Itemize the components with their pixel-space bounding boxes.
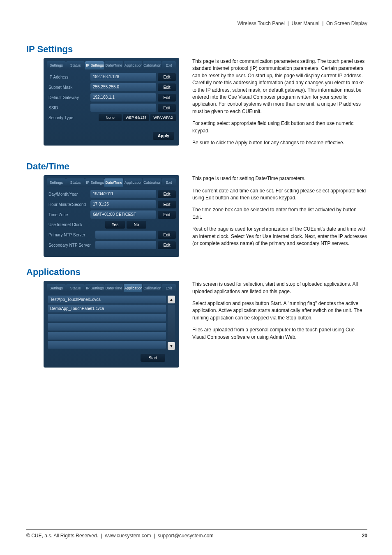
scroll-track[interactable] [168,305,175,341]
tab-datetime[interactable]: Date/Time [104,61,123,69]
ip-address-value: 192.168.1.128 [90,73,156,81]
subnet-mask-edit-button[interactable]: Edit [158,83,176,91]
dt-text-p1: This page is used for setting Date/Time … [192,175,367,182]
footer-site: www.cuesystem.com [105,533,151,539]
ip-text-p1: This page is used for communication para… [192,58,367,115]
tab-status[interactable]: Status [66,61,85,69]
sntp-label: Secondary NTP Server [47,243,94,247]
app-text-p2: Select application and press button Star… [192,300,367,321]
tz-label: Time Zone [47,213,89,217]
header-doc: User Manual [291,21,319,26]
pntp-label: Primary NTP Server [47,233,94,237]
list-item[interactable]: DemoApp_TouchPanel1.cvca [48,305,166,312]
header-underline [26,34,367,34]
panel-tabs: Settings Status IP Settings Date/Time Ap… [47,61,176,69]
header-section: On Screen Display [326,21,367,26]
dt-text-p3: The time zone box can be selected to ent… [192,206,367,221]
list-item[interactable]: TestApp_TouchPanel1.cvca [48,296,166,303]
ip-address-edit-button[interactable]: Edit [158,73,176,81]
tab-applications[interactable]: Applications [124,284,143,292]
datetime-text: This page is used for setting Date/Time … [192,175,367,252]
page-number: 20 [362,533,367,539]
tab-settings[interactable]: Settings [47,178,66,187]
dmy-label: Day/Month/Year [47,192,89,197]
subnet-mask-label: Subnet Mask [47,85,89,90]
ip-settings-text: This page is used for communication para… [192,58,367,151]
security-wpa-button[interactable]: WPA/WPA2 [150,114,176,121]
sntp-value [95,241,156,249]
ip-settings-title: IP Settings [26,44,367,55]
ssid-edit-button[interactable]: Edit [158,104,176,112]
scrollbar: ▲ ▼ [168,296,175,350]
footer-email: support@cuesystem.com [158,533,214,539]
ssid-label: SSID [47,106,89,110]
applications-text: This screen is used for selection, start… [192,281,367,346]
ip-text-p2: For setting select appropriate field usi… [192,120,367,134]
dt-text-p2: The current date and time can be set. Fo… [192,187,367,202]
applications-title: Applications [26,267,367,278]
tab-calibration[interactable]: Calibration [143,61,161,69]
hms-label: Hour:Minute:Second [47,202,89,207]
ip-address-label: IP Address [47,75,89,79]
tab-status[interactable]: Status [66,284,85,292]
default-gateway-label: Default Gateway [47,95,89,100]
security-wep-button[interactable]: WEP 64/128 [123,114,149,121]
sntp-edit-button[interactable]: Edit [158,241,176,249]
pntp-edit-button[interactable]: Edit [158,231,176,239]
list-item[interactable] [48,332,166,340]
start-button[interactable]: Start [141,354,165,362]
scroll-down-button[interactable]: ▼ [168,342,175,350]
tz-value: GMT+01:00 CET/CEST [90,210,156,219]
ip-text-p3: Be sure to click the Apply button for an… [192,139,367,146]
tab-settings[interactable]: Settings [47,61,66,69]
tab-datetime[interactable]: Date/Time [104,284,123,292]
tab-applications[interactable]: Applications [124,61,143,69]
hms-edit-button[interactable]: Edit [158,201,176,208]
hms-value: 17:01:25 [90,200,156,208]
dmy-edit-button[interactable]: Edit [158,190,176,198]
tab-settings[interactable]: Settings [47,284,66,292]
tab-exit[interactable]: Exit [162,178,176,187]
datetime-panel: Settings Status IP Settings Date/Time Ap… [44,175,179,257]
panel-tabs-app: Settings Status IP Settings Date/Time Ap… [47,284,176,292]
applications-panel: Settings Status IP Settings Date/Time Ap… [44,281,179,368]
app-text-p1: This screen is used for selection, start… [192,281,367,295]
subnet-mask-value: 255.255.255.0 [90,83,156,91]
security-type-label: Security Type [47,116,89,120]
tab-ip-settings[interactable]: IP Settings [85,61,104,69]
tab-datetime[interactable]: Date/Time [104,178,123,187]
uic-no-button[interactable]: No [127,221,146,229]
scroll-up-button[interactable]: ▲ [168,296,175,303]
header-product: Wireless Touch Panel [238,21,285,26]
dmy-value: 19/04/2011 [90,190,156,198]
ssid-value [90,104,156,112]
pntp-value [95,231,156,239]
app-text-p3: Files are uploaded from a personal compu… [192,326,367,341]
datetime-title: Date/Time [26,161,367,172]
list-item[interactable] [48,341,166,349]
tab-ip-settings[interactable]: IP Settings [85,178,104,187]
tab-ip-settings[interactable]: IP Settings [85,284,104,292]
tab-exit[interactable]: Exit [162,284,176,292]
list-item[interactable] [48,314,166,321]
tab-status[interactable]: Status [66,178,85,187]
apply-button[interactable]: Apply [153,132,174,140]
page-header: Wireless Touch Panel | User Manual | On … [26,21,367,26]
footer-copyright: © CUE, a.s. All Rights Reserved. [26,533,98,539]
tab-calibration[interactable]: Calibration [143,178,161,187]
uic-yes-button[interactable]: Yes [105,221,125,229]
tab-applications[interactable]: Applications [124,178,143,187]
page-footer: © CUE, a.s. All Rights Reserved. | www.c… [26,529,367,539]
panel-tabs-dt: Settings Status IP Settings Date/Time Ap… [47,178,176,187]
security-none-button[interactable]: None [99,114,122,121]
dt-text-p4: Rest of the page is used for synchroniza… [192,226,367,247]
list-item[interactable] [48,323,166,331]
tab-exit[interactable]: Exit [162,61,176,69]
uic-label: Use Internet Clock [47,222,94,227]
tab-calibration[interactable]: Calibration [143,284,161,292]
default-gateway-value: 192.168.1.1 [90,93,156,102]
default-gateway-edit-button[interactable]: Edit [158,94,176,102]
ip-settings-panel: Settings Status IP Settings Date/Time Ap… [44,58,179,146]
application-list: TestApp_TouchPanel1.cvca DemoApp_TouchPa… [48,296,166,350]
tz-edit-button[interactable]: Edit [158,211,176,219]
